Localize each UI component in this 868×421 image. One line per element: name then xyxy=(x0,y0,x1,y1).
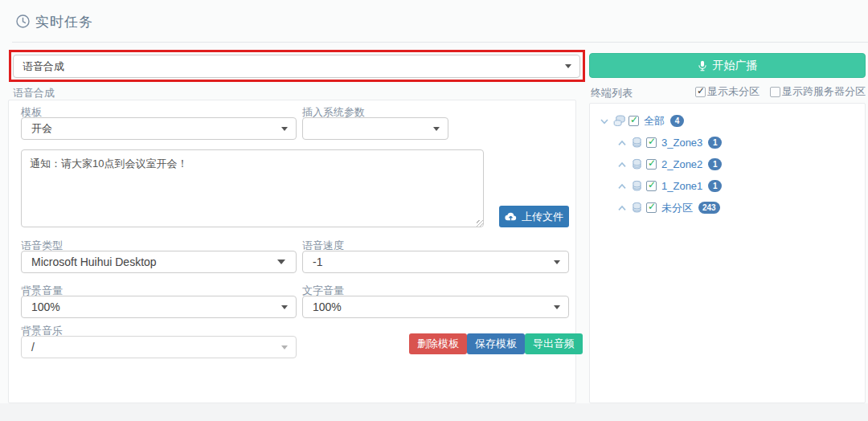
upload-cloud-icon xyxy=(505,212,517,222)
tree-row-all[interactable]: 全部 4 xyxy=(590,110,865,132)
tree-checkbox[interactable] xyxy=(646,137,657,148)
chevron-down-icon xyxy=(281,127,288,131)
tree-checkbox[interactable] xyxy=(628,116,639,126)
template-actions: 删除模板 保存模板 导出音频 xyxy=(409,333,583,354)
resize-handle[interactable] xyxy=(477,220,483,227)
tree-node-label[interactable]: 3_Zone3 xyxy=(661,137,702,149)
chevron-up-icon[interactable] xyxy=(616,137,628,149)
checkbox-unchecked-icon[interactable] xyxy=(770,87,780,97)
chevron-up-icon[interactable] xyxy=(616,181,628,192)
terminal-list-label: 终端列表 xyxy=(591,86,633,100)
system-param-select[interactable] xyxy=(302,117,448,140)
count-badge: 1 xyxy=(708,158,722,170)
tree-row-unpartitioned[interactable]: 未分区 243 xyxy=(590,197,865,219)
voice-type-select[interactable]: Microsoft Huihui Desktop xyxy=(21,251,297,273)
chevron-down-icon xyxy=(433,127,440,131)
chevron-down-icon xyxy=(281,305,288,309)
count-badge: 1 xyxy=(708,180,722,192)
synthesis-section-label: 语音合成 xyxy=(13,86,55,100)
tree-node-label[interactable]: 1_Zone1 xyxy=(661,180,702,192)
terminal-filter-row: 显示未分区 显示跨服务器分区 xyxy=(683,84,866,99)
delete-template-button[interactable]: 删除模板 xyxy=(409,333,467,354)
tree-checkbox[interactable] xyxy=(646,202,657,213)
template-select[interactable]: 开会 xyxy=(21,117,297,140)
chevron-down-icon[interactable] xyxy=(599,116,610,127)
upload-file-button[interactable]: 上传文件 xyxy=(499,206,569,227)
bg-music-select[interactable]: / xyxy=(21,336,297,358)
microphone-icon xyxy=(698,59,707,72)
tree-checkbox[interactable] xyxy=(646,159,657,170)
page: 实时任务 语音合成 开始广播 语音合成 终端列表 显示未分区 显示跨服务器分区 … xyxy=(0,0,868,421)
start-broadcast-label: 开始广播 xyxy=(713,59,758,73)
template-value: 开会 xyxy=(22,121,281,136)
tree-row-zone2[interactable]: 2_Zone2 1 xyxy=(590,153,865,175)
chevron-up-icon[interactable] xyxy=(616,159,628,170)
count-badge: 4 xyxy=(670,115,684,127)
server-group-icon xyxy=(613,115,625,127)
checkbox-checked-icon[interactable] xyxy=(695,87,706,97)
chevron-down-icon xyxy=(281,345,288,349)
show-unpartitioned-checkbox[interactable]: 显示未分区 xyxy=(695,84,760,99)
terminal-list-panel: 全部 4 3_Zone3 1 xyxy=(589,103,866,403)
count-badge: 1 xyxy=(708,137,722,149)
voice-type-value: Microsoft Huihui Desktop xyxy=(22,255,277,268)
text-volume-value: 100% xyxy=(303,300,554,313)
show-cross-server-checkbox[interactable]: 显示跨服务器分区 xyxy=(770,84,866,99)
save-template-button[interactable]: 保存模板 xyxy=(467,333,525,354)
chevron-down-icon xyxy=(565,64,571,68)
chevron-up-icon[interactable] xyxy=(616,202,628,214)
chevron-down-icon xyxy=(554,305,560,309)
text-volume-select[interactable]: 100% xyxy=(302,296,569,318)
tree-row-zone3[interactable]: 3_Zone3 1 xyxy=(590,132,865,153)
server-icon xyxy=(631,137,643,149)
export-audio-button[interactable]: 导出音频 xyxy=(525,333,583,354)
tree-node-label[interactable]: 全部 xyxy=(644,114,665,129)
task-type-value: 语音合成 xyxy=(14,59,565,74)
voice-speed-value: -1 xyxy=(303,255,554,268)
page-background xyxy=(0,403,868,421)
tree-checkbox[interactable] xyxy=(646,181,657,191)
server-icon xyxy=(631,180,643,192)
server-icon xyxy=(631,158,643,170)
terminal-tree: 全部 4 3_Zone3 1 xyxy=(590,110,865,219)
start-broadcast-button[interactable]: 开始广播 xyxy=(589,53,866,78)
chevron-down-icon xyxy=(554,260,560,264)
header-divider xyxy=(12,42,868,43)
show-unpartitioned-label: 显示未分区 xyxy=(707,84,760,99)
count-badge: 243 xyxy=(698,202,720,214)
chevron-down-icon xyxy=(277,260,285,264)
tree-node-label[interactable]: 未分区 xyxy=(661,201,693,215)
page-title: 实时任务 xyxy=(35,13,93,31)
show-cross-server-label: 显示跨服务器分区 xyxy=(782,84,866,99)
bg-volume-select[interactable]: 100% xyxy=(21,296,297,318)
broadcast-message-textarea[interactable]: 通知：请大家10点到会议室开会！ xyxy=(21,149,484,227)
speech-synthesis-panel: 模板 开会 插入系统参数 通知：请大家10点到会议室开会！ 上传文件 语音类型 … xyxy=(8,100,576,403)
clock-icon xyxy=(16,14,30,28)
server-icon xyxy=(631,202,643,214)
task-type-select[interactable]: 语音合成 xyxy=(13,55,580,78)
bg-music-value: / xyxy=(22,341,281,354)
upload-file-label: 上传文件 xyxy=(522,210,563,224)
tree-row-zone1[interactable]: 1_Zone1 1 xyxy=(590,175,865,197)
voice-speed-select[interactable]: -1 xyxy=(302,251,569,273)
bg-volume-value: 100% xyxy=(22,300,281,313)
tree-node-label[interactable]: 2_Zone2 xyxy=(661,158,702,170)
